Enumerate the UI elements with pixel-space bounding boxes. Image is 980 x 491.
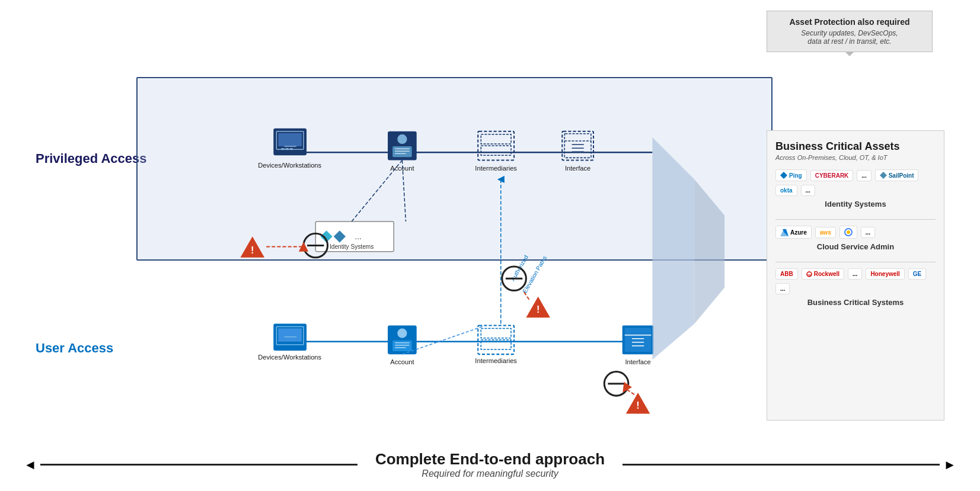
svg-rect-15 — [481, 134, 511, 144]
svg-point-79 — [847, 230, 850, 234]
main-diagram: Privileged Access User Access Devices/Wo… — [18, 59, 962, 432]
svg-line-32 — [352, 160, 402, 221]
bca-critical-logos: ABB ra Rockwell ... Honeywell GE ... — [775, 268, 936, 294]
svg-text:!: ! — [636, 400, 639, 410]
svg-point-44 — [397, 329, 407, 338]
azure-logo: Azure — [775, 226, 812, 239]
more-dots-1: ... — [857, 170, 871, 181]
bca-cloud-logos: Azure aws ... — [775, 226, 936, 239]
svg-marker-75 — [880, 172, 887, 179]
bca-title: Business Critical Assets — [775, 140, 936, 153]
bottom-section: ◄ Complete End-to-end approach Required … — [0, 450, 980, 479]
svg-point-9 — [397, 134, 407, 144]
bca-subtitle: Across On-Premises, Cloud, OT, & IoT — [775, 154, 936, 161]
priv-devices-label: Devices/Workstations — [258, 162, 321, 169]
svg-rect-6 — [286, 148, 289, 150]
bottom-sub-text: Required for meaningful security — [375, 468, 605, 479]
bca-identity-label: Identity Systems — [775, 200, 936, 208]
left-arrow-head: ◄ — [24, 457, 37, 473]
bca-cloud-label: Cloud Service Admin — [775, 242, 936, 251]
svg-rect-18 — [564, 134, 591, 158]
svg-rect-16 — [481, 146, 511, 155]
svg-rect-17 — [562, 131, 593, 161]
svg-marker-71 — [652, 137, 694, 360]
priv-intermediaries-label: Intermediaries — [475, 165, 517, 172]
asset-protection-callout: Asset Protection also required Security … — [767, 11, 933, 52]
more-dots-2: ... — [801, 185, 815, 196]
svg-rect-7 — [290, 148, 293, 150]
svg-rect-3 — [278, 133, 302, 146]
rockwell-logo: ra Rockwell — [802, 268, 844, 280]
callout-text: Security updates, DevSecOps,data at rest… — [777, 29, 922, 46]
bca-cloud-section: Azure aws ... Cloud Service Admin — [775, 226, 936, 251]
svg-text:!: ! — [251, 245, 254, 255]
sailpoint-logo: SailPoint — [875, 169, 919, 181]
bca-identity-section: Ping CYBERARK ... SailPoint okta ... Ide… — [775, 169, 936, 208]
svg-text:!: ! — [537, 304, 540, 315]
okta-logo: okta — [775, 185, 797, 196]
more-dots-5: ... — [775, 283, 790, 294]
cyberark-logo: CYBERARK — [810, 170, 854, 181]
svg-text:...: ... — [355, 232, 362, 241]
identity-systems-label: Identity Systems — [330, 243, 374, 250]
abb-logo: ABB — [775, 268, 798, 280]
bottom-main-text: Complete End-to-end approach — [375, 450, 605, 468]
gcp-logo — [839, 226, 857, 239]
user-account-label: Account — [390, 358, 414, 365]
ge-logo: GE — [908, 268, 926, 280]
user-devices-label: Devices/Workstations — [258, 354, 321, 361]
svg-marker-72 — [694, 179, 724, 323]
svg-rect-45 — [392, 341, 411, 351]
bca-identity-logos: Ping CYBERARK ... SailPoint okta ... — [775, 169, 936, 196]
svg-rect-5 — [281, 148, 284, 150]
user-intermediaries-label: Intermediaries — [475, 357, 517, 364]
priv-interface-label: Interface — [565, 165, 590, 172]
user-interface-label: Interface — [625, 358, 650, 365]
ping-logo: Ping — [775, 169, 807, 181]
svg-rect-41 — [278, 329, 302, 342]
bca-critical-label: Business Critical Systems — [775, 298, 936, 307]
svg-text:ra: ra — [807, 273, 811, 277]
svg-marker-74 — [780, 172, 787, 179]
bca-panel: Business Critical Assets Across On-Premi… — [767, 130, 944, 421]
honeywell-logo: Honeywell — [866, 268, 904, 280]
svg-rect-53 — [625, 328, 652, 352]
svg-rect-50 — [481, 329, 511, 338]
aws-logo: aws — [815, 227, 836, 238]
more-dots-4: ... — [848, 268, 862, 280]
callout-title: Asset Protection also required — [777, 17, 922, 27]
more-dots-3: ... — [861, 227, 875, 238]
bca-critical-section: ABB ra Rockwell ... Honeywell GE ... Bus… — [775, 268, 936, 307]
right-arrow-head: ► — [943, 457, 956, 473]
svg-rect-10 — [392, 146, 411, 157]
